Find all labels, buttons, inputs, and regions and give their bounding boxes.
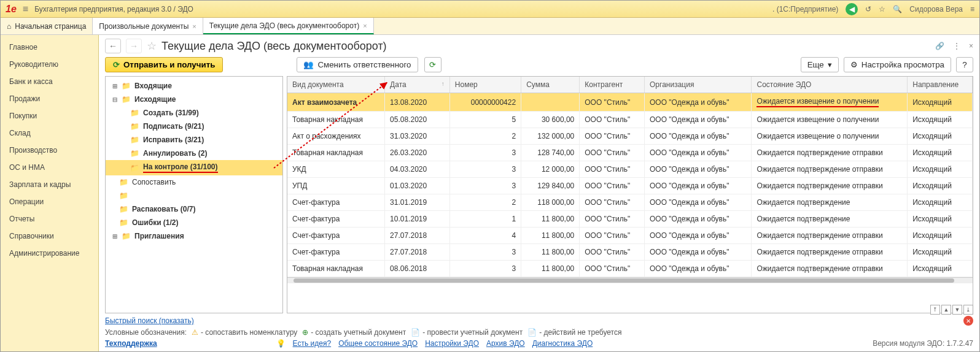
last-icon[interactable]: ⤓ xyxy=(963,305,973,315)
tree-inbox[interactable]: ⊞📁Входящие xyxy=(106,79,282,93)
table-row[interactable]: Счет-фактура27.07.2018411 800,00ООО "Сти… xyxy=(287,228,973,244)
sidebar-item[interactable]: Зарплата и кадры xyxy=(1,176,98,193)
history-icon[interactable]: ↺ xyxy=(865,5,871,13)
table-row[interactable]: Акт о расхождениях31.03.20202132 000,00О… xyxy=(287,128,973,145)
sidebar-item[interactable]: ОС и НМА xyxy=(1,159,98,176)
table-row[interactable]: Счет-фактура10.01.2019111 800,00ООО "Сти… xyxy=(287,211,973,228)
page-header: ← → ☆ Текущие дела ЭДО (весь документооб… xyxy=(105,39,973,53)
sidebar: ГлавноеРуководителюБанк и кассаПродажиПо… xyxy=(1,35,99,351)
filter-icon[interactable]: ≡ xyxy=(970,5,974,13)
tree-outbox[interactable]: ⊟📁Исходящие xyxy=(106,93,282,106)
first-icon[interactable]: ⤒ xyxy=(930,305,940,315)
bulb-icon: 💡 xyxy=(276,339,286,348)
favorite-icon[interactable]: ☆ xyxy=(147,39,157,53)
close-icon[interactable]: × xyxy=(969,42,973,50)
toolbar: ⟳Отправить и получить 👥Сменить ответстве… xyxy=(105,57,973,72)
link-state[interactable]: Общее состояние ЭДО xyxy=(338,339,418,348)
sidebar-item[interactable]: Справочники xyxy=(1,228,98,245)
support-link[interactable]: Техподдержка xyxy=(105,339,157,348)
change-responsible-button[interactable]: 👥Сменить ответственного xyxy=(297,57,418,72)
link-diag[interactable]: Диагностика ЭДО xyxy=(532,339,593,348)
col-state[interactable]: Состояние ЭДО xyxy=(752,77,908,93)
col-date[interactable]: Дата↑ xyxy=(385,77,450,93)
tree-match[interactable]: 📁Сопоставить xyxy=(106,175,282,189)
logo-1c: 1e xyxy=(6,4,17,15)
down-icon[interactable]: ▼ xyxy=(952,305,962,315)
col-doc[interactable]: Вид документа xyxy=(287,77,385,93)
link-archive[interactable]: Архив ЭДО xyxy=(486,339,525,348)
sidebar-item[interactable]: Производство xyxy=(1,142,98,159)
version-label: Версия модуля ЭДО: 1.7.2.47 xyxy=(873,339,973,348)
app-title: Бухгалтерия предприятия, редакция 3.0 / … xyxy=(34,5,193,13)
sidebar-item[interactable]: Продажи xyxy=(1,90,98,107)
sidebar-item[interactable]: Склад xyxy=(1,124,98,142)
table-header-row: Вид документа Дата↑ Номер Сумма Контраге… xyxy=(287,77,973,93)
tree-unpack[interactable]: 📁Распаковать (0/7) xyxy=(106,202,282,216)
folder-tree: ⊞📁Входящие ⊟📁Исходящие 📁Создать (31/99) … xyxy=(105,76,283,313)
context-label: . (1С:Предприятие) xyxy=(772,5,838,13)
sidebar-item[interactable]: Банк и касса xyxy=(1,73,98,90)
col-org[interactable]: Организация xyxy=(645,77,752,93)
sidebar-item[interactable]: Покупки xyxy=(1,107,98,124)
close-icon[interactable]: × xyxy=(363,22,367,29)
table-row[interactable]: УПД01.03.20203129 840,00ООО "Стиль"ООО "… xyxy=(287,178,973,194)
tree-errors[interactable]: 📁Ошибки (1/2) xyxy=(106,216,282,229)
tree-control[interactable]: 📁На контроле (31/100) xyxy=(106,160,282,175)
documents-table: Вид документа Дата↑ Номер Сумма Контраге… xyxy=(287,76,973,313)
table-row[interactable]: УКД04.03.2020312 000,00ООО "Стиль"ООО "О… xyxy=(287,161,973,178)
up-icon[interactable]: ▲ xyxy=(941,305,951,315)
col-dir[interactable]: Направление xyxy=(908,77,973,93)
sidebar-item[interactable]: Главное xyxy=(1,39,98,56)
col-sum[interactable]: Сумма xyxy=(521,77,580,93)
table-row[interactable]: Счет-фактура31.01.20192118 000,00ООО "Ст… xyxy=(287,194,973,211)
table-row[interactable]: Товарная накладная26.03.20203128 740,00О… xyxy=(287,145,973,161)
sidebar-item[interactable]: Операции xyxy=(1,193,98,210)
menu-icon[interactable]: ≡ xyxy=(23,4,28,15)
page-title: Текущие дела ЭДО (весь документооборот) xyxy=(161,40,387,53)
user-name[interactable]: Сидорова Вера xyxy=(909,5,963,13)
back-button[interactable]: ← xyxy=(105,39,121,53)
star-icon[interactable]: ☆ xyxy=(879,5,885,13)
notification-icon[interactable]: ◀ xyxy=(846,3,858,15)
sidebar-item[interactable]: Руководителю xyxy=(1,56,98,73)
more-icon[interactable]: ⋮ xyxy=(953,42,960,50)
legend: Условные обозначения: ⚠- сопоставить ном… xyxy=(105,327,973,338)
more-button[interactable]: Еще▾ xyxy=(801,57,839,72)
table-row[interactable]: Товарная накладная05.08.2020530 600,00ОО… xyxy=(287,112,973,128)
tab-home[interactable]: ⌂Начальная страница xyxy=(1,18,93,34)
error-icon[interactable]: ✕ xyxy=(963,316,973,326)
idea-link[interactable]: Есть идея? xyxy=(293,339,332,348)
tab-docs[interactable]: Произвольные документы× xyxy=(93,18,203,34)
forward-button[interactable]: → xyxy=(126,39,142,53)
table-row[interactable]: Товарная накладная08.06.2018311 800,00ОО… xyxy=(287,261,973,277)
tree-sign[interactable]: 📁Подписать (9/21) xyxy=(106,120,282,133)
search-icon[interactable]: 🔍 xyxy=(893,5,902,13)
col-num[interactable]: Номер xyxy=(449,77,521,93)
quick-search-link[interactable]: Быстрый поиск (показать) xyxy=(105,316,194,325)
tree-cancel[interactable]: 📁Аннулировать (2) xyxy=(106,147,282,160)
h-scrollbar[interactable] xyxy=(287,277,973,283)
send-receive-button[interactable]: ⟳Отправить и получить xyxy=(105,57,223,72)
tree-fix[interactable]: 📁Исправить (3/21) xyxy=(106,133,282,147)
tab-edo[interactable]: Текущие дела ЭДО (весь документооборот)× xyxy=(203,18,374,34)
col-contr[interactable]: Контрагент xyxy=(580,77,645,93)
topbar: 1e ≡ Бухгалтерия предприятия, редакция 3… xyxy=(1,1,979,18)
tree-create[interactable]: 📁Создать (31/99) xyxy=(106,106,282,120)
sidebar-item[interactable]: Отчеты xyxy=(1,210,98,228)
tabsbar: ⌂Начальная страница Произвольные докумен… xyxy=(1,18,979,35)
table-nav-arrows: ⤒▲▼⤓ xyxy=(930,305,973,315)
tree-send[interactable]: 📁 xyxy=(106,189,282,202)
sidebar-item[interactable]: Администрирование xyxy=(1,245,98,262)
tree-invites[interactable]: ⊞📁Приглашения xyxy=(106,229,282,243)
table-row[interactable]: Счет-фактура27.07.2018311 800,00ООО "Сти… xyxy=(287,244,973,261)
view-settings-button[interactable]: ⚙Настройка просмотра xyxy=(844,57,951,72)
close-icon[interactable]: × xyxy=(192,23,196,30)
table-row[interactable]: Акт взаимозачета13.08.202000000000422ООО… xyxy=(287,93,973,112)
refresh-button[interactable]: ⟳ xyxy=(424,57,441,72)
help-button[interactable]: ? xyxy=(956,57,973,72)
link-icon[interactable]: 🔗 xyxy=(935,42,944,50)
link-settings[interactable]: Настройки ЭДО xyxy=(425,339,479,348)
